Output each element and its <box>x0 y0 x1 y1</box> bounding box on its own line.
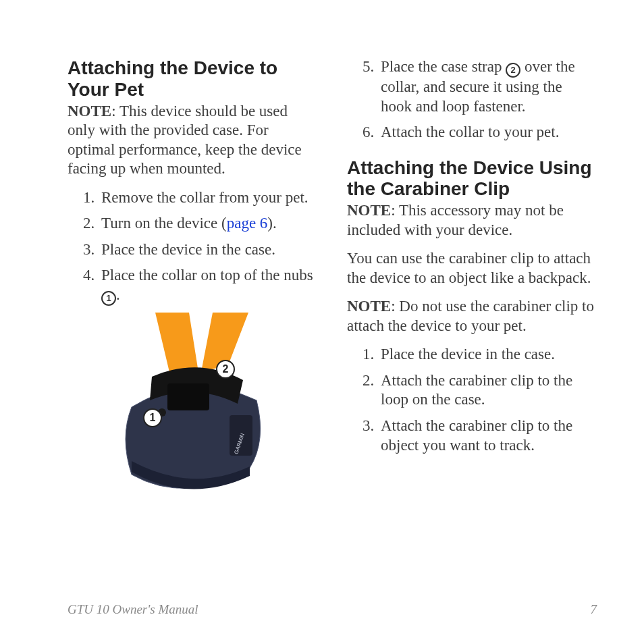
steps-carabiner: Place the device in the case. Attach the… <box>347 345 597 455</box>
step-5a: Place the case strap <box>381 58 506 75</box>
note-label-3: NOTE <box>347 298 391 315</box>
steps-pet-continued: Place the case strap 2 over the collar, … <box>347 57 597 142</box>
carabiner-step-2: Attach the carabiner clip to the loop on… <box>378 371 597 410</box>
steps-pet: Remove the collar from your pet. Turn on… <box>68 188 317 306</box>
device-illustration-icon: GARMIN <box>95 313 290 495</box>
note-pet: NOTE: This device should be used only wi… <box>68 102 317 179</box>
heading-carabiner: Attaching the Device Using the Carabiner… <box>347 157 597 200</box>
step-6: Attach the collar to your pet. <box>378 123 597 142</box>
step-1: Remove the collar from your pet. <box>99 188 317 208</box>
two-column-layout: Attaching the Device to Your Pet NOTE: T… <box>68 57 597 597</box>
footer-title: GTU 10 Owner's Manual <box>68 602 198 617</box>
device-collar-figure: GARMIN 1 2 <box>95 313 290 495</box>
note-carabiner-1: NOTE: This accessory may not be included… <box>347 201 597 240</box>
step-2: Turn on the device (page 6). <box>99 214 317 234</box>
left-column: Attaching the Device to Your Pet NOTE: T… <box>68 57 317 597</box>
callout-1-icon: 1 <box>143 408 162 427</box>
step-4b: . <box>116 286 120 303</box>
carabiner-step-3: Attach the carabiner clip to the object … <box>378 417 597 455</box>
carabiner-step-1: Place the device in the case. <box>378 345 597 365</box>
note-carabiner-2: NOTE: Do not use the carabiner clip to a… <box>347 297 597 336</box>
page-6-link[interactable]: page 6 <box>227 215 268 232</box>
circle-1-inline-icon: 1 <box>101 291 116 306</box>
manual-page: Attaching the Device to Your Pet NOTE: T… <box>0 0 644 644</box>
note-label-2: NOTE <box>347 202 391 219</box>
right-column: Place the case strap 2 over the collar, … <box>347 57 597 597</box>
step-5: Place the case strap 2 over the collar, … <box>378 57 597 116</box>
note-label: NOTE <box>68 103 111 119</box>
page-number: 7 <box>591 602 597 617</box>
step-4: Place the collar on top of the nubs 1. <box>99 266 317 306</box>
carabiner-para: You can use the carabiner clip to attach… <box>347 249 597 288</box>
heading-attach-pet: Attaching the Device to Your Pet <box>68 57 317 101</box>
step-2a: Turn on the device ( <box>101 215 227 232</box>
circle-2-inline-icon: 2 <box>506 63 520 78</box>
step-3: Place the device in the case. <box>99 240 317 260</box>
step-2b: ). <box>267 215 276 232</box>
svg-rect-2 <box>167 383 209 410</box>
step-4a: Place the collar on top of the nubs <box>101 267 313 284</box>
page-footer: GTU 10 Owner's Manual 7 <box>68 602 597 617</box>
callout-2-icon: 2 <box>216 360 235 379</box>
